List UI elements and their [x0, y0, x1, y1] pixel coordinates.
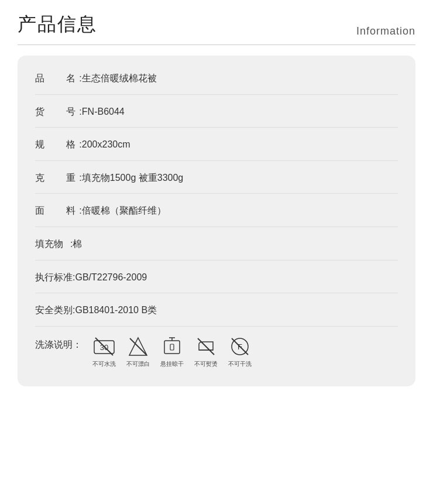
value-weight: 填充物1500g 被重3300g — [82, 173, 183, 183]
icon-no-iron: 不可熨烫 — [194, 336, 218, 369]
svg-rect-5 — [164, 341, 180, 354]
row-fabric: 面 料:倍暖棉（聚酯纤维） — [35, 194, 398, 227]
label-filling: 填充物 — [35, 236, 70, 252]
label-no-bleach: 不可漂白 — [126, 359, 150, 369]
label-weight: 克 重 — [35, 170, 79, 186]
value-standard: GB/T22796-2009 — [75, 272, 147, 282]
row-product-name: 品 名:生态倍暖绒棉花被 — [35, 61, 398, 95]
svg-text:30: 30 — [100, 343, 108, 352]
row-filling: 填充物:棉 — [35, 227, 398, 260]
label-product-name: 品 名 — [35, 71, 79, 86]
icon-hang-dry: 悬挂晾干 — [160, 336, 184, 369]
info-card: 品 名:生态倍暖绒棉花被 货 号:FN-B6044 规 格:200x230cm … — [18, 56, 415, 386]
page-title-en: Information — [356, 25, 415, 37]
value-filling: 棉 — [73, 239, 82, 249]
value-spec: 200x230cm — [82, 139, 130, 149]
label-standard: 执行标准 — [35, 270, 73, 285]
label-laundry: 洗涤说明： — [35, 336, 82, 352]
icon-no-bleach: 不可漂白 — [126, 336, 150, 369]
label-no-iron: 不可熨烫 — [194, 359, 218, 369]
svg-line-10 — [198, 338, 214, 355]
icon-no-dry-clean: F 不可干洗 — [228, 336, 252, 369]
row-laundry: 洗涤说明： 30 不可水洗 不可漂白 — [35, 327, 398, 375]
row-spec: 规 格:200x230cm — [35, 128, 398, 161]
value-product-id: FN-B6044 — [82, 107, 125, 116]
label-no-dry-clean: 不可干洗 — [228, 359, 252, 369]
label-hang-dry: 悬挂晾干 — [160, 359, 184, 369]
label-no-wash: 不可水洗 — [92, 359, 116, 369]
value-product-name: 生态倍暖绒棉花被 — [82, 73, 157, 83]
row-product-id: 货 号:FN-B6044 — [35, 95, 398, 128]
svg-rect-8 — [170, 344, 174, 350]
svg-line-4 — [130, 338, 146, 355]
row-standard: 执行标准:GB/T22796-2009 — [35, 260, 398, 294]
label-product-id: 货 号 — [35, 104, 79, 119]
laundry-icons-container: 30 不可水洗 不可漂白 — [92, 336, 252, 369]
row-safety: 安全类别:GB18401-2010 B类 — [35, 293, 398, 327]
value-fabric: 倍暖棉（聚酯纤维） — [82, 205, 166, 215]
label-spec: 规 格 — [35, 137, 79, 152]
row-weight: 克 重:填充物1500g 被重3300g — [35, 161, 398, 194]
page-header: 产品信息 Information — [18, 12, 415, 45]
label-safety: 安全类别 — [35, 303, 73, 318]
page-title: 产品信息 — [18, 12, 97, 37]
icon-no-wash: 30 不可水洗 — [92, 336, 116, 369]
label-fabric: 面 料 — [35, 203, 79, 218]
value-safety: GB18401-2010 B类 — [75, 305, 157, 315]
